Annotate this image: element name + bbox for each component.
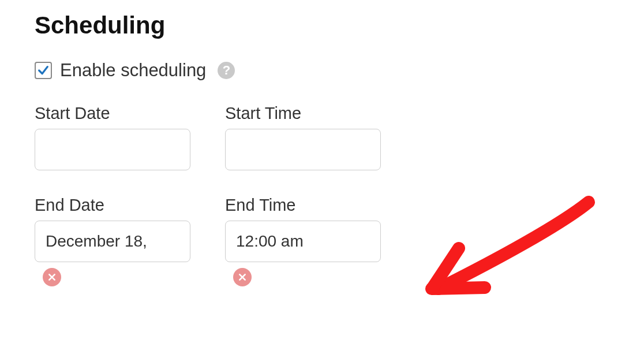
- close-icon: [238, 273, 247, 282]
- enable-scheduling-row: Enable scheduling ?: [35, 60, 609, 81]
- end-date-label: End Date: [35, 196, 104, 215]
- start-date-label: Start Date: [35, 104, 110, 123]
- start-date-input[interactable]: [35, 129, 190, 170]
- check-icon: [37, 64, 50, 77]
- enable-scheduling-label: Enable scheduling: [60, 60, 206, 81]
- start-time-input[interactable]: [225, 129, 381, 170]
- end-date-input[interactable]: [35, 221, 190, 262]
- close-icon: [47, 273, 57, 282]
- enable-scheduling-checkbox[interactable]: [35, 62, 52, 79]
- scheduling-fields: Start Date End Date Start Time End Time: [35, 104, 609, 286]
- start-time-group: Start Time: [225, 104, 381, 170]
- end-time-label: End Time: [225, 196, 296, 215]
- time-column: Start Time End Time: [225, 104, 381, 286]
- end-date-group: End Date: [35, 196, 190, 286]
- start-date-group: Start Date: [35, 104, 190, 170]
- end-time-input[interactable]: [225, 221, 381, 262]
- date-column: Start Date End Date: [35, 104, 190, 286]
- clear-end-time-button[interactable]: [233, 268, 252, 286]
- page-title: Scheduling: [35, 12, 609, 39]
- help-icon[interactable]: ?: [218, 62, 235, 79]
- clear-end-date-button[interactable]: [43, 268, 61, 286]
- start-time-label: Start Time: [225, 104, 301, 123]
- end-time-group: End Time: [225, 196, 381, 286]
